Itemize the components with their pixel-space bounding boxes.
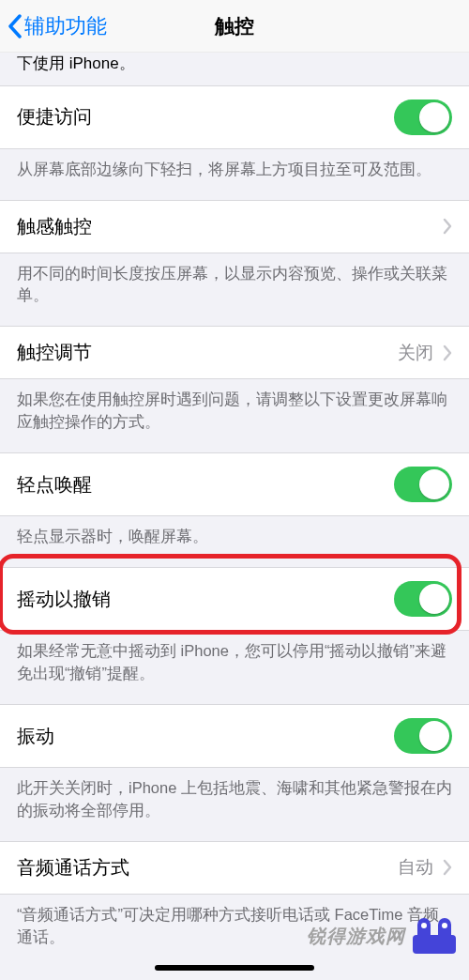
back-button[interactable]: 辅助功能 bbox=[0, 12, 107, 40]
gamepad-icon bbox=[413, 918, 456, 954]
shake-to-undo-caption: 如果经常无意中摇动到 iPhone，您可以停用“摇动以撤销”来避免出现“撤销”提… bbox=[0, 631, 469, 704]
chevron-right-icon bbox=[443, 345, 452, 361]
chevron-right-icon bbox=[443, 218, 452, 235]
tap-to-wake-label: 轻点唤醒 bbox=[17, 472, 92, 498]
reachability-label: 便捷访问 bbox=[17, 104, 92, 130]
shake-to-undo-toggle[interactable] bbox=[394, 581, 452, 617]
home-indicator[interactable] bbox=[155, 965, 314, 971]
touch-accommodation-row[interactable]: 触控调节 关闭 bbox=[0, 326, 469, 379]
shake-to-undo-label: 摇动以撤销 bbox=[17, 587, 111, 612]
chevron-right-icon bbox=[443, 859, 452, 876]
tap-to-wake-row[interactable]: 轻点唤醒 bbox=[0, 452, 469, 516]
call-audio-routing-label: 音频通话方式 bbox=[17, 855, 129, 880]
call-audio-routing-row[interactable]: 音频通话方式 自动 bbox=[0, 841, 469, 895]
haptic-touch-label: 触感触控 bbox=[17, 214, 92, 239]
reachability-toggle[interactable] bbox=[394, 100, 452, 135]
haptic-touch-row[interactable]: 触感触控 bbox=[0, 200, 469, 253]
chevron-left-icon bbox=[8, 14, 23, 38]
reachability-row[interactable]: 便捷访问 bbox=[0, 85, 469, 149]
tap-to-wake-caption: 轻点显示器时，唤醒屏幕。 bbox=[0, 516, 469, 567]
watermark-text: 锐得游戏网 bbox=[307, 924, 405, 949]
vibration-toggle[interactable] bbox=[394, 718, 452, 754]
touch-accommodation-value: 关闭 bbox=[398, 341, 433, 365]
call-audio-routing-value: 自动 bbox=[398, 855, 433, 880]
haptic-touch-caption: 用不同的时间长度按压屏幕，以显示内容预览、操作或关联菜单。 bbox=[0, 253, 469, 327]
watermark: 锐得游戏网 bbox=[307, 918, 456, 954]
content-scroll[interactable]: 下使用 iPhone。 便捷访问 从屏幕底部边缘向下轻扫，将屏幕上方项目拉至可及… bbox=[0, 53, 469, 980]
partial-caption: 下使用 iPhone。 bbox=[0, 53, 469, 85]
vibration-label: 振动 bbox=[17, 724, 54, 749]
vibration-row[interactable]: 振动 bbox=[0, 704, 469, 768]
touch-accommodation-caption: 如果您在使用触控屏时遇到问题，请调整以下设置更改屏幕响应触控操作的方式。 bbox=[0, 379, 469, 452]
tap-to-wake-toggle[interactable] bbox=[394, 467, 452, 502]
vibration-caption: 此开关关闭时，iPhone 上包括地震、海啸和其他紧急警报在内的振动将全部停用。 bbox=[0, 768, 469, 841]
nav-bar: 辅助功能 触控 bbox=[0, 0, 469, 53]
touch-accommodation-label: 触控调节 bbox=[17, 340, 92, 365]
shake-to-undo-row[interactable]: 摇动以撤销 bbox=[0, 567, 469, 631]
reachability-caption: 从屏幕底部边缘向下轻扫，将屏幕上方项目拉至可及范围。 bbox=[0, 149, 469, 200]
back-label: 辅助功能 bbox=[24, 12, 107, 40]
